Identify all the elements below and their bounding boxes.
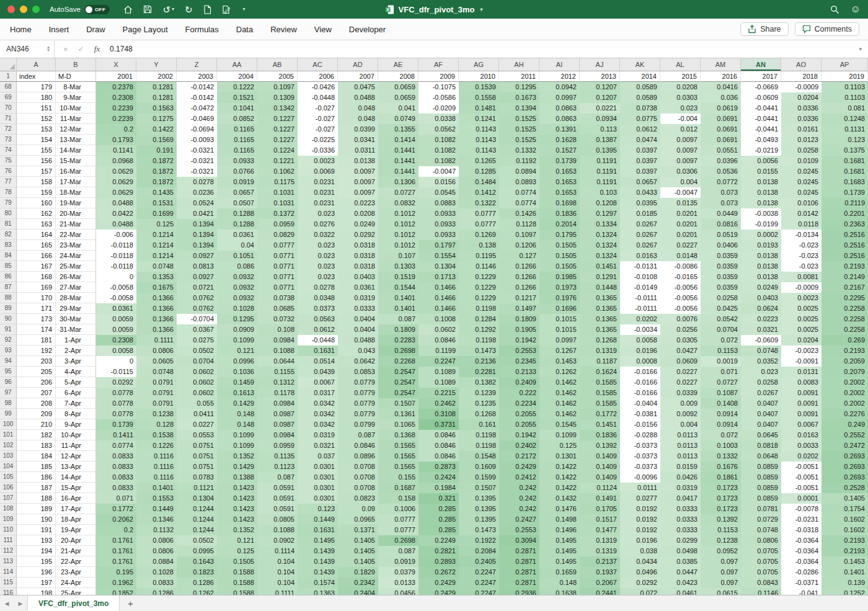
cell[interactable]: -0.0093	[177, 135, 217, 145]
cell[interactable]: 0.1525	[499, 135, 539, 145]
cell[interactable]: 0.1466	[418, 282, 459, 293]
cell[interactable]: 0.2553	[499, 525, 539, 535]
cell[interactable]: 0.0909	[217, 324, 257, 335]
cell-date[interactable]: 24-Apr	[56, 578, 96, 588]
column-header-Y[interactable]: Y	[136, 58, 177, 71]
cell[interactable]: 0.1352	[217, 525, 257, 535]
cell[interactable]: 0.0333	[660, 514, 701, 525]
cell[interactable]: 0.0231	[298, 198, 338, 208]
cell[interactable]: 0.0732	[257, 314, 298, 324]
cell[interactable]: 0.0333	[660, 504, 701, 514]
cell[interactable]: 0.1028	[217, 303, 257, 314]
cell[interactable]: 0.0629	[96, 187, 136, 198]
cell[interactable]: 0.0932	[217, 272, 257, 282]
cell[interactable]: 0.0019	[701, 356, 741, 367]
cell[interactable]: -0.004	[660, 114, 701, 124]
cell[interactable]: 0.1937	[580, 567, 620, 578]
cell-index[interactable]: 186	[17, 472, 56, 483]
cell[interactable]: 0.107	[378, 251, 418, 261]
cell[interactable]: 0.0609	[660, 356, 701, 367]
cell[interactable]: 0.139	[822, 578, 868, 588]
cell[interactable]: 0.0192	[620, 504, 660, 514]
cell[interactable]: 0.1713	[418, 272, 459, 282]
feedback-smiley-icon[interactable]: ☺	[851, 4, 861, 14]
cell-date[interactable]: 27-Mar	[56, 282, 96, 293]
cell-date[interactable]: 9-Apr	[56, 419, 96, 430]
column-header-X[interactable]: X	[96, 58, 136, 71]
cell[interactable]: 0.0771	[257, 282, 298, 293]
cell[interactable]: 0.148	[217, 419, 257, 430]
cell[interactable]: 0.121	[217, 346, 257, 356]
cell[interactable]: 0.1248	[822, 114, 868, 124]
cell[interactable]: 0.1288	[217, 219, 257, 230]
cell[interactable]: 0.1135	[257, 451, 298, 462]
cell-year-header[interactable]: 2006	[298, 71, 338, 82]
cell[interactable]: 0.023	[298, 272, 338, 282]
cell[interactable]: 0.0249	[741, 282, 781, 293]
cell[interactable]: -0.0086	[660, 261, 701, 272]
cell[interactable]: 0.0829	[257, 230, 298, 240]
cell[interactable]: 0.0292	[96, 377, 136, 388]
cell[interactable]: 0.0777	[378, 514, 418, 525]
cell[interactable]: 0.127	[499, 251, 539, 261]
cell[interactable]: 0.0751	[177, 451, 217, 462]
search-icon[interactable]	[830, 5, 839, 14]
cell[interactable]: 0.0106	[781, 198, 822, 208]
cell[interactable]: -0.0288	[620, 430, 660, 440]
cell[interactable]: 0.125	[217, 546, 257, 556]
cell-index[interactable]: 158	[17, 177, 56, 187]
row-header-92[interactable]: 92	[0, 335, 17, 346]
row-header-97[interactable]: 97	[0, 388, 17, 398]
cell[interactable]: -0.0115	[96, 367, 136, 377]
cell[interactable]: -0.0009	[781, 282, 822, 293]
cell-date[interactable]: 23-Mar	[56, 240, 96, 251]
cell[interactable]: 0.1207	[580, 82, 620, 92]
tab-page-layout[interactable]: Page Layout	[122, 22, 169, 37]
cell[interactable]: 0.1754	[822, 504, 868, 514]
cell[interactable]: 0.1284	[459, 314, 499, 324]
cell[interactable]: 0.0321	[298, 440, 338, 451]
cell[interactable]: -0.0051	[781, 472, 822, 483]
cell[interactable]: 0.0373	[298, 303, 338, 314]
cell[interactable]: 0.1525	[499, 114, 539, 124]
cell[interactable]: -0.0056	[660, 303, 701, 314]
cell[interactable]: 0.1602	[822, 525, 868, 535]
cell[interactable]: 0.0097	[660, 135, 701, 145]
cell-index[interactable]: 193	[17, 535, 56, 546]
cell[interactable]: 0.2409	[499, 377, 539, 388]
cell[interactable]: 0.0422	[96, 208, 136, 219]
cell-date[interactable]: 17-Mar	[56, 177, 96, 187]
cell[interactable]: 0.1363	[298, 588, 338, 595]
cell[interactable]: 0.072	[701, 335, 741, 346]
cell[interactable]: 0.1062	[257, 166, 298, 177]
cell[interactable]: 0.1206	[499, 240, 539, 251]
cell[interactable]: 0.2067	[580, 578, 620, 588]
cell[interactable]: 0.1449	[298, 514, 338, 525]
cell[interactable]: 0.0919	[378, 556, 418, 567]
cell[interactable]: 0.073	[701, 198, 741, 208]
cell[interactable]: 0.0748	[136, 367, 177, 377]
cell[interactable]: -0.0051	[781, 462, 822, 472]
cell[interactable]: -0.0373	[620, 440, 660, 451]
cell[interactable]: 0.0059	[96, 314, 136, 324]
cell[interactable]: 0.1319	[580, 546, 620, 556]
cell[interactable]: 0.2247	[459, 578, 499, 588]
cell[interactable]: 0.2308	[96, 335, 136, 346]
cell[interactable]: 0.1495	[539, 535, 580, 546]
cell[interactable]: 0.0859	[741, 462, 781, 472]
cell[interactable]: 0.1214	[136, 251, 177, 261]
cell[interactable]: 0.0783	[177, 472, 217, 483]
cell-year-header[interactable]: 2016	[701, 71, 741, 82]
cell[interactable]: 0.0058	[96, 346, 136, 356]
cell[interactable]: 0.1423	[217, 483, 257, 493]
cell[interactable]: 0.0276	[298, 219, 338, 230]
cell[interactable]: 0.1365	[580, 293, 620, 303]
cell[interactable]: 0.087	[378, 314, 418, 324]
cell[interactable]: 0.0777	[459, 219, 499, 230]
cell-date[interactable]: 14-Apr	[56, 472, 96, 483]
cell-index[interactable]: 162	[17, 208, 56, 219]
cell[interactable]: 0.1392	[580, 440, 620, 451]
cell[interactable]: 0.128	[136, 419, 177, 430]
cell[interactable]: 0.0109	[781, 156, 822, 166]
cell[interactable]: 0.2308	[96, 92, 136, 103]
